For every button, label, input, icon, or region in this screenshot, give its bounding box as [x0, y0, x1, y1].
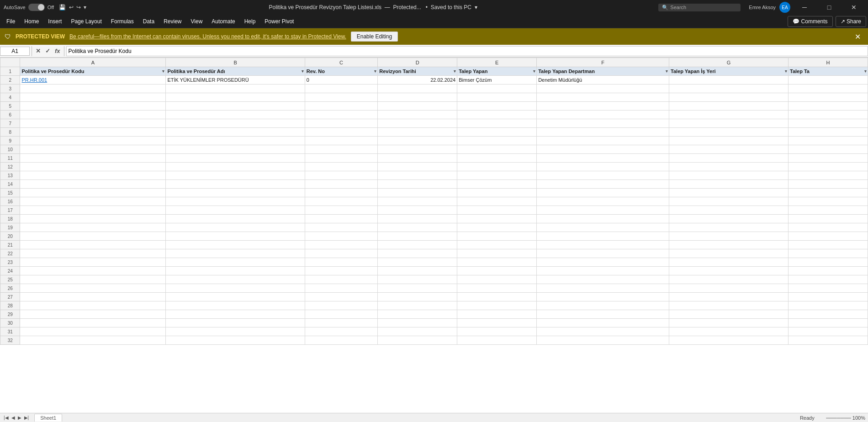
empty-cell-22-5[interactable] — [537, 249, 669, 258]
empty-cell-19-0[interactable] — [20, 223, 166, 232]
empty-cell-6-0[interactable] — [20, 111, 166, 119]
sheet-tab[interactable]: Sheet1 — [34, 414, 62, 422]
empty-cell-32-6[interactable] — [669, 336, 789, 345]
empty-cell-13-6[interactable] — [669, 171, 789, 180]
empty-cell-13-1[interactable] — [166, 171, 305, 180]
empty-cell-8-2[interactable] — [305, 128, 377, 137]
empty-cell-26-3[interactable] — [378, 284, 457, 293]
empty-cell-21-4[interactable] — [457, 241, 537, 249]
empty-cell-5-7[interactable] — [789, 102, 868, 111]
col-header-e[interactable]: E — [457, 58, 537, 67]
empty-cell-4-2[interactable] — [305, 93, 377, 102]
empty-cell-24-4[interactable] — [457, 267, 537, 275]
header-cell-c[interactable]: Rev. No ▾ — [305, 67, 377, 76]
empty-cell-24-2[interactable] — [305, 267, 377, 275]
empty-cell-14-0[interactable] — [20, 180, 166, 189]
empty-cell-20-0[interactable] — [20, 232, 166, 241]
empty-cell-22-4[interactable] — [457, 249, 537, 258]
empty-cell-23-6[interactable] — [669, 258, 789, 267]
empty-cell-27-0[interactable] — [20, 293, 166, 301]
menu-insert[interactable]: Insert — [43, 16, 66, 26]
col-header-d[interactable]: D — [378, 58, 457, 67]
empty-cell-28-6[interactable] — [669, 301, 789, 310]
empty-cell-20-6[interactable] — [669, 232, 789, 241]
empty-cell-19-1[interactable] — [166, 223, 305, 232]
empty-cell-26-0[interactable] — [20, 284, 166, 293]
menu-review[interactable]: Review — [159, 16, 186, 26]
header-cell-d[interactable]: Revizyon Tarihi ▾ — [378, 67, 457, 76]
empty-cell-27-7[interactable] — [789, 293, 868, 301]
empty-cell-17-7[interactable] — [789, 206, 868, 215]
empty-cell-8-6[interactable] — [669, 128, 789, 137]
empty-cell-28-4[interactable] — [457, 301, 537, 310]
empty-cell-9-4[interactable] — [457, 137, 537, 145]
protected-bar-close-icon[interactable]: ✕ — [852, 32, 863, 41]
cancel-formula-icon[interactable]: ✕ — [34, 47, 42, 54]
empty-cell-27-6[interactable] — [669, 293, 789, 301]
empty-cell-30-6[interactable] — [669, 319, 789, 327]
empty-cell-10-7[interactable] — [789, 145, 868, 154]
empty-cell-23-0[interactable] — [20, 258, 166, 267]
empty-cell-20-1[interactable] — [166, 232, 305, 241]
menu-power-pivot[interactable]: Power Pivot — [260, 16, 298, 26]
empty-cell-30-7[interactable] — [789, 319, 868, 327]
empty-cell-7-4[interactable] — [457, 119, 537, 128]
empty-cell-12-6[interactable] — [669, 163, 789, 171]
formula-input[interactable]: Politika ve Prosedür Kodu — [66, 46, 868, 56]
empty-cell-32-3[interactable] — [378, 336, 457, 345]
empty-cell-32-4[interactable] — [457, 336, 537, 345]
empty-cell-3-2[interactable] — [305, 84, 377, 93]
empty-cell-18-7[interactable] — [789, 215, 868, 223]
empty-cell-27-5[interactable] — [537, 293, 669, 301]
empty-cell-21-1[interactable] — [166, 241, 305, 249]
empty-cell-11-0[interactable] — [20, 154, 166, 163]
empty-cell-23-3[interactable] — [378, 258, 457, 267]
empty-cell-22-1[interactable] — [166, 249, 305, 258]
empty-cell-23-5[interactable] — [537, 258, 669, 267]
cell-a2[interactable]: PR.HR.001 — [20, 76, 166, 84]
empty-cell-11-6[interactable] — [669, 154, 789, 163]
empty-cell-16-4[interactable] — [457, 197, 537, 206]
search-bar[interactable]: 🔍 Search — [658, 4, 741, 11]
empty-cell-25-6[interactable] — [669, 275, 789, 284]
cell-d2[interactable]: 22.02.2024 — [378, 76, 457, 84]
empty-cell-9-7[interactable] — [789, 137, 868, 145]
comments-button[interactable]: 💬 Comments — [788, 16, 832, 27]
menu-page-layout[interactable]: Page Layout — [66, 16, 106, 26]
empty-cell-24-1[interactable] — [166, 267, 305, 275]
empty-cell-12-4[interactable] — [457, 163, 537, 171]
empty-cell-18-3[interactable] — [378, 215, 457, 223]
empty-cell-10-0[interactable] — [20, 145, 166, 154]
empty-cell-30-5[interactable] — [537, 319, 669, 327]
empty-cell-19-4[interactable] — [457, 223, 537, 232]
empty-cell-28-5[interactable] — [537, 301, 669, 310]
empty-cell-3-6[interactable] — [669, 84, 789, 93]
empty-cell-17-4[interactable] — [457, 206, 537, 215]
empty-cell-18-5[interactable] — [537, 215, 669, 223]
empty-cell-4-1[interactable] — [166, 93, 305, 102]
empty-cell-5-3[interactable] — [378, 102, 457, 111]
empty-cell-13-5[interactable] — [537, 171, 669, 180]
filter-arrow-d[interactable]: ▾ — [454, 69, 456, 74]
empty-cell-19-6[interactable] — [669, 223, 789, 232]
empty-cell-24-3[interactable] — [378, 267, 457, 275]
empty-cell-28-7[interactable] — [789, 301, 868, 310]
empty-cell-12-5[interactable] — [537, 163, 669, 171]
empty-cell-24-6[interactable] — [669, 267, 789, 275]
empty-cell-14-6[interactable] — [669, 180, 789, 189]
empty-cell-24-7[interactable] — [789, 267, 868, 275]
empty-cell-25-2[interactable] — [305, 275, 377, 284]
empty-cell-28-3[interactable] — [378, 301, 457, 310]
empty-cell-3-5[interactable] — [537, 84, 669, 93]
col-header-a[interactable]: A — [20, 58, 166, 67]
empty-cell-16-2[interactable] — [305, 197, 377, 206]
empty-cell-16-1[interactable] — [166, 197, 305, 206]
empty-cell-13-2[interactable] — [305, 171, 377, 180]
empty-cell-7-1[interactable] — [166, 119, 305, 128]
empty-cell-31-7[interactable] — [789, 327, 868, 336]
empty-cell-18-0[interactable] — [20, 215, 166, 223]
empty-cell-18-2[interactable] — [305, 215, 377, 223]
empty-cell-28-0[interactable] — [20, 301, 166, 310]
empty-cell-14-2[interactable] — [305, 180, 377, 189]
empty-cell-31-5[interactable] — [537, 327, 669, 336]
